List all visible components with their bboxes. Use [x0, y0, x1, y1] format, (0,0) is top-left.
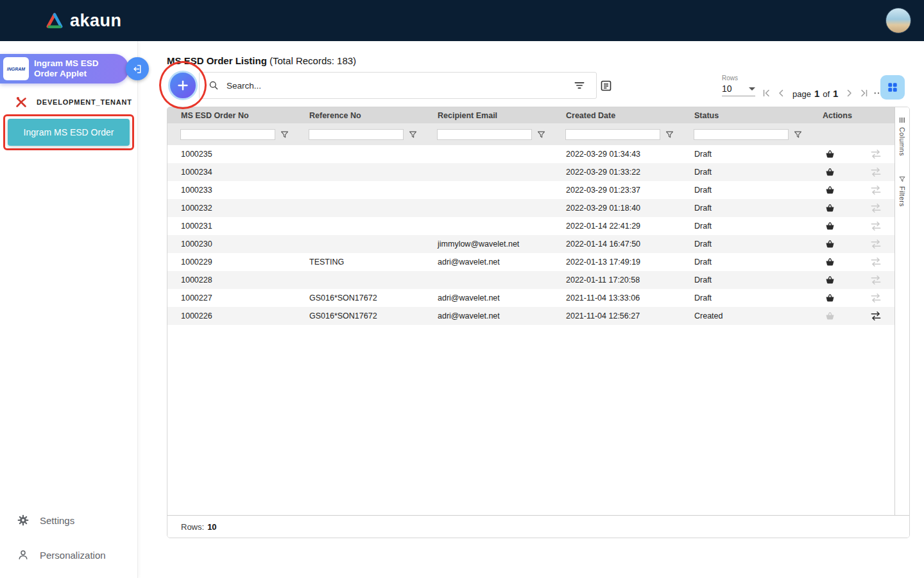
cell-status: Draft	[681, 258, 809, 267]
basket-icon[interactable]	[825, 293, 835, 304]
swap-icon[interactable]	[869, 202, 882, 215]
tab-columns[interactable]: Columns	[895, 116, 909, 156]
column-header[interactable]: Reference No	[296, 111, 424, 120]
cell-recipient-email: adri@wavelet.net	[424, 311, 552, 320]
swap-icon[interactable]	[869, 220, 882, 232]
basket-icon[interactable]	[825, 221, 835, 232]
tab-filters[interactable]: Filters	[895, 175, 909, 207]
plus-icon	[176, 78, 190, 92]
table-row[interactable]: 10002312022-01-14 22:41:29Draft	[167, 217, 895, 235]
filter-input[interactable]	[309, 129, 404, 140]
annotation-rectangle: Ingram MS ESD Order	[3, 114, 134, 150]
sidebar-item-personalization[interactable]: Personalization	[17, 548, 106, 561]
cell-recipient-email: jimmylow@wavelet.net	[424, 240, 552, 249]
filter-funnel-icon[interactable]	[536, 130, 546, 139]
cell-reference-no: GS016*SON17672	[296, 311, 424, 320]
basket-icon[interactable]	[825, 149, 835, 160]
filter-input[interactable]	[437, 129, 532, 140]
cell-order-no: 1000234	[167, 168, 296, 177]
cell-created-date: 2022-03-29 01:23:37	[552, 186, 681, 195]
filter-cell	[424, 129, 552, 140]
filter-funnel-icon[interactable]	[665, 130, 674, 139]
table-row[interactable]: 1000230jimmylow@wavelet.net2022-01-14 16…	[167, 235, 895, 253]
table-row[interactable]: 10002322022-03-29 01:18:40Draft	[167, 199, 895, 217]
module-button[interactable]: Ingram MS ESD Order	[8, 119, 130, 146]
search-input[interactable]	[225, 80, 573, 91]
table-row[interactable]: 1000229TESTINGadri@wavelet.net2022-01-13…	[167, 253, 895, 271]
filter-cell	[167, 129, 296, 140]
applet-pill[interactable]: INGRAM Ingram MS ESD Order Applet	[0, 54, 129, 83]
swap-icon[interactable]	[869, 256, 882, 268]
swap-icon[interactable]	[869, 238, 882, 250]
column-header[interactable]: Recipient Email	[424, 111, 552, 120]
add-button[interactable]	[168, 71, 198, 100]
filter-funnel-icon[interactable]	[280, 130, 289, 139]
cell-order-no: 1000229	[167, 258, 296, 267]
column-header[interactable]: Created Date	[552, 111, 681, 120]
swap-icon[interactable]	[869, 274, 882, 286]
akaun-logo[interactable]: akaun	[45, 11, 122, 31]
filter-input[interactable]	[694, 129, 789, 140]
sidebar-item-settings[interactable]: Settings	[17, 514, 74, 527]
cell-created-date: 2022-03-29 01:33:22	[552, 168, 681, 177]
column-header[interactable]: MS ESD Order No	[167, 111, 296, 120]
column-header[interactable]: Status	[681, 111, 809, 120]
basket-icon[interactable]	[825, 257, 835, 268]
filter-funnel-icon[interactable]	[408, 130, 418, 139]
filter-input[interactable]	[565, 129, 660, 140]
swap-icon[interactable]	[869, 184, 882, 197]
filter-list-icon[interactable]	[573, 79, 586, 92]
swap-icon[interactable]	[869, 310, 882, 322]
rows-select[interactable]: 10	[722, 83, 755, 96]
user-avatar[interactable]	[886, 8, 911, 33]
filters-tab-label: Filters	[898, 186, 906, 207]
grid-view-button[interactable]	[880, 75, 905, 100]
akaun-triangle-icon	[45, 12, 64, 29]
cell-actions	[809, 292, 895, 304]
basket-icon[interactable]	[825, 167, 835, 178]
cell-order-no: 1000232	[167, 204, 296, 213]
next-page-icon[interactable]	[842, 86, 856, 100]
swap-icon[interactable]	[869, 292, 882, 304]
columns-tab-label: Columns	[898, 127, 906, 156]
table-footer: Rows: 10	[167, 515, 909, 538]
table-body: 10002352022-03-29 01:34:43Draft100023420…	[167, 145, 895, 325]
cell-actions	[809, 202, 895, 215]
cell-created-date: 2021-11-04 13:33:06	[552, 293, 681, 302]
filter-funnel-icon[interactable]	[793, 130, 803, 139]
table-row[interactable]: 10002352022-03-29 01:34:43Draft	[167, 145, 895, 163]
basket-icon[interactable]	[825, 275, 835, 286]
exit-applet-button[interactable]	[126, 57, 149, 80]
cell-actions	[809, 256, 895, 268]
cell-actions	[809, 184, 895, 197]
cell-reference-no: GS016*SON17672	[296, 293, 424, 302]
cell-actions	[809, 220, 895, 232]
swap-icon[interactable]	[869, 148, 882, 161]
prev-page-icon[interactable]	[774, 86, 789, 100]
last-page-icon[interactable]	[857, 86, 871, 100]
basket-icon[interactable]	[825, 203, 835, 214]
filter-input[interactable]	[180, 129, 275, 140]
cell-status: Draft	[681, 168, 809, 177]
table-row[interactable]: 10002332022-03-29 01:23:37Draft	[167, 181, 895, 199]
table-row[interactable]: 10002282022-01-11 17:20:58Draft	[167, 271, 895, 289]
column-header[interactable]: Actions	[809, 111, 895, 120]
basket-icon[interactable]	[825, 239, 835, 250]
first-page-icon[interactable]	[760, 86, 774, 100]
table-row[interactable]: 10002342022-03-29 01:33:22Draft	[167, 163, 895, 181]
logo-text: akaun	[70, 11, 122, 31]
columns-icon	[898, 116, 906, 124]
cell-reference-no: TESTING	[296, 258, 424, 267]
cell-status: Draft	[681, 276, 809, 285]
table-row[interactable]: 1000227GS016*SON17672adri@wavelet.net202…	[167, 289, 895, 307]
basket-icon[interactable]	[825, 185, 835, 196]
swap-icon[interactable]	[869, 166, 882, 179]
cell-created-date: 2022-03-29 01:18:40	[552, 204, 681, 213]
table-row[interactable]: 1000226GS016*SON17672adri@wavelet.net202…	[167, 307, 895, 325]
personalization-label: Personalization	[40, 550, 106, 561]
list-view-icon[interactable]	[599, 79, 613, 92]
basket-icon[interactable]	[825, 311, 835, 322]
total-pages: 1	[833, 88, 838, 99]
side-panel-rail: Columns Filters	[894, 107, 909, 516]
cell-order-no: 1000228	[167, 276, 296, 285]
